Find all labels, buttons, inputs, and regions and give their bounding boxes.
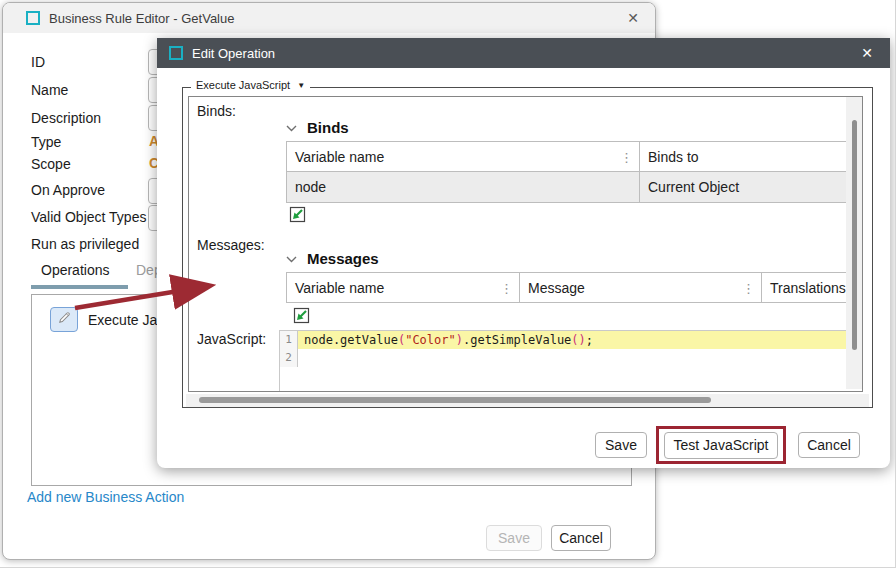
active-tab-underline bbox=[31, 285, 128, 289]
field-label-scope: Scope bbox=[31, 156, 71, 172]
messages-section-title: Messages bbox=[307, 250, 379, 267]
window-title: Business Rule Editor - GetValue bbox=[49, 11, 234, 26]
vertical-scrollbar[interactable] bbox=[846, 97, 862, 389]
field-label-id: ID bbox=[31, 54, 45, 70]
javascript-code-editor[interactable]: 1 node.getValue("Color").getSimpleValue(… bbox=[279, 330, 847, 392]
code-line-1[interactable]: 1 node.getValue("Color").getSimpleValue(… bbox=[280, 331, 847, 349]
pencil-icon bbox=[57, 310, 72, 329]
messages-col-translations[interactable]: Translations bbox=[762, 273, 847, 303]
field-label-type: Type bbox=[31, 134, 61, 150]
binds-table: Variable name ⋮ Binds to node Current Ob… bbox=[286, 141, 847, 203]
field-label-valid-object-types: Valid Object Types bbox=[31, 209, 146, 225]
operation-type-dropdown[interactable]: Execute JavaScript ▼ bbox=[191, 79, 310, 91]
app-icon bbox=[26, 11, 40, 25]
code-line-2[interactable]: 2 bbox=[280, 349, 847, 367]
code-content[interactable] bbox=[298, 349, 847, 367]
code-content[interactable]: node.getValue("Color").getSimpleValue(); bbox=[298, 331, 847, 349]
vertical-scrollbar-thumb[interactable] bbox=[852, 120, 857, 350]
binds-col-binds-to[interactable]: Binds to bbox=[640, 142, 847, 172]
chevron-down-icon bbox=[286, 118, 297, 136]
window-save-button[interactable]: Save bbox=[486, 525, 542, 551]
binds-col-variable-name[interactable]: Variable name ⋮ bbox=[287, 142, 640, 172]
binds-row[interactable]: node Current Object bbox=[287, 172, 847, 203]
binds-cell-variable-name[interactable]: node bbox=[287, 172, 640, 203]
chevron-down-icon bbox=[286, 249, 297, 267]
dropdown-arrow-icon: ▼ bbox=[297, 81, 305, 90]
horizontal-scrollbar-thumb[interactable] bbox=[199, 397, 711, 403]
test-javascript-highlight-box: Test JavaScript bbox=[656, 426, 786, 464]
edit-operation-button[interactable] bbox=[50, 307, 78, 332]
close-icon[interactable]: ✕ bbox=[624, 9, 642, 27]
line-number: 1 bbox=[280, 331, 298, 349]
add-bind-row-icon[interactable] bbox=[289, 206, 306, 223]
operation-type-label: Execute JavaScript bbox=[196, 79, 290, 91]
column-menu-icon[interactable]: ⋮ bbox=[742, 280, 755, 295]
horizontal-scrollbar[interactable] bbox=[186, 394, 869, 407]
add-message-row-icon[interactable] bbox=[293, 307, 310, 324]
dialog-cancel-button[interactable]: Cancel bbox=[798, 432, 860, 458]
binds-section-toggle[interactable]: Binds bbox=[286, 118, 349, 136]
binds-section-title: Binds bbox=[307, 119, 349, 136]
window-titlebar[interactable]: Business Rule Editor - GetValue ✕ bbox=[3, 3, 655, 33]
messages-table: Variable name ⋮ Message ⋮ Translations bbox=[286, 272, 847, 303]
operation-item-label: Execute Ja bbox=[88, 312, 157, 328]
line-number: 2 bbox=[280, 349, 298, 367]
screenshot-stage: Business Rule Editor - GetValue ✕ ID Nam… bbox=[0, 0, 896, 568]
test-javascript-button[interactable]: Test JavaScript bbox=[664, 432, 778, 459]
operation-editor-panel: Binds: Binds Variable name ⋮ bbox=[188, 96, 863, 392]
binds-cell-binds-to[interactable]: Current Object bbox=[640, 172, 847, 203]
field-label-on-approve: On Approve bbox=[31, 182, 105, 198]
field-label-description: Description bbox=[31, 110, 101, 126]
javascript-label: JavaScript: bbox=[197, 331, 266, 347]
dialog-titlebar[interactable]: Edit Operation ✕ bbox=[157, 38, 890, 68]
operation-type-fieldset: Execute JavaScript ▼ Binds: Binds Variab… bbox=[182, 87, 873, 408]
messages-section-toggle[interactable]: Messages bbox=[286, 249, 379, 267]
tab-operations[interactable]: Operations bbox=[41, 262, 109, 278]
binds-label: Binds: bbox=[197, 103, 236, 119]
field-label-run-as-privileged: Run as privileged bbox=[31, 236, 139, 252]
messages-col-message[interactable]: Message ⋮ bbox=[520, 273, 762, 303]
field-label-name: Name bbox=[31, 82, 68, 98]
messages-label: Messages: bbox=[197, 237, 265, 253]
dialog-icon bbox=[169, 46, 183, 60]
dialog-save-button[interactable]: Save bbox=[595, 432, 647, 458]
dialog-title: Edit Operation bbox=[192, 46, 275, 61]
column-menu-icon[interactable]: ⋮ bbox=[500, 280, 513, 295]
add-business-action-link[interactable]: Add new Business Action bbox=[27, 489, 184, 505]
messages-col-variable-name[interactable]: Variable name ⋮ bbox=[287, 273, 520, 303]
window-cancel-button[interactable]: Cancel bbox=[551, 525, 611, 551]
edit-operation-dialog: Edit Operation ✕ Execute JavaScript ▼ Bi… bbox=[157, 38, 890, 468]
column-menu-icon[interactable]: ⋮ bbox=[620, 149, 633, 164]
dialog-close-icon[interactable]: ✕ bbox=[858, 44, 876, 62]
